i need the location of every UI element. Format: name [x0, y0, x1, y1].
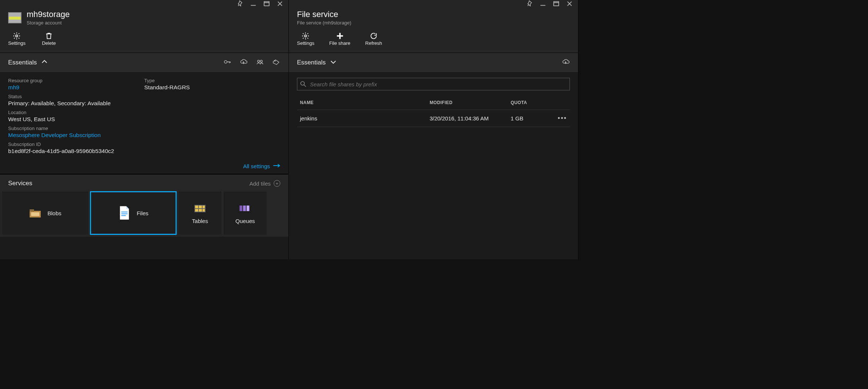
- tile-files-label: Files: [137, 210, 148, 216]
- all-settings-link[interactable]: All settings: [243, 163, 270, 169]
- resource-group-link[interactable]: mh9: [8, 84, 144, 91]
- gear-icon: [301, 31, 310, 40]
- blade-title: mh9storage: [27, 10, 70, 19]
- refresh-button[interactable]: Refresh: [365, 31, 382, 46]
- storage-account-blade: mh9storage Storage account Settings Dele…: [0, 0, 289, 259]
- services-header: Services Add tiles +: [0, 174, 288, 192]
- keys-icon[interactable]: [223, 58, 231, 67]
- svg-point-32: [305, 35, 307, 37]
- tile-blobs-label: Blobs: [47, 210, 61, 216]
- services-label: Services: [8, 180, 32, 187]
- cloud-bolt-icon[interactable]: [240, 58, 248, 67]
- svg-rect-21: [195, 209, 198, 212]
- blade-title: File service: [297, 10, 351, 19]
- svg-rect-25: [243, 206, 246, 211]
- chevron-up-icon: [40, 58, 49, 67]
- subscription-name-label: Subscription name: [8, 126, 144, 131]
- type-label: Type: [144, 78, 281, 83]
- col-quota: QUOTA: [511, 100, 555, 105]
- svg-rect-14: [121, 212, 128, 212]
- services-tiles: Blobs Files Tables Queues: [0, 192, 288, 237]
- tag-icon[interactable]: [272, 58, 280, 67]
- arrow-right-icon: [273, 163, 280, 169]
- tile-blobs[interactable]: Blobs: [2, 192, 88, 235]
- svg-rect-13: [31, 212, 39, 216]
- settings-button[interactable]: Settings: [8, 31, 26, 46]
- file-service-blade: File service File service (mh9storage) S…: [289, 0, 578, 259]
- maximize-icon[interactable]: [553, 0, 560, 7]
- svg-rect-26: [247, 206, 250, 211]
- settings-label: Settings: [8, 40, 26, 46]
- svg-point-8: [260, 60, 263, 62]
- svg-point-7: [258, 60, 260, 62]
- file-share-button[interactable]: File share: [329, 31, 350, 46]
- svg-rect-20: [203, 206, 205, 208]
- plus-icon: [336, 31, 344, 40]
- row-more-icon[interactable]: •••: [555, 114, 567, 122]
- svg-rect-24: [240, 206, 243, 211]
- close-icon[interactable]: [566, 0, 573, 7]
- essentials-label: Essentials: [297, 59, 326, 66]
- chevron-down-icon: [329, 58, 337, 67]
- cloud-bolt-icon[interactable]: [562, 58, 570, 67]
- svg-rect-16: [121, 215, 126, 216]
- settings-label: Settings: [297, 40, 314, 46]
- settings-button[interactable]: Settings: [297, 31, 314, 46]
- search-wrap: [289, 73, 578, 93]
- tile-tables-label: Tables: [192, 218, 208, 224]
- file-shares-table: NAME MODIFIED QUOTA jenkins 3/20/2016, 1…: [289, 93, 578, 129]
- blade-subtitle: Storage account: [27, 20, 70, 26]
- tile-tables[interactable]: Tables: [178, 192, 221, 235]
- svg-rect-1: [264, 1, 269, 6]
- command-bar: Settings File share Refresh: [289, 31, 578, 53]
- minimize-icon[interactable]: [250, 0, 257, 7]
- cell-modified: 3/20/2016, 11:04:36 AM: [430, 115, 511, 122]
- tile-queues[interactable]: Queues: [224, 192, 267, 235]
- svg-line-36: [304, 85, 306, 87]
- window-chrome: [0, 0, 288, 7]
- subscription-name-link[interactable]: Mesosphere Developer Subscription: [8, 132, 144, 139]
- status-label: Status: [8, 94, 144, 99]
- svg-point-5: [16, 35, 18, 37]
- blade-subtitle: File service (mh9storage): [297, 20, 351, 26]
- maximize-icon[interactable]: [263, 0, 270, 7]
- col-modified: MODIFIED: [430, 100, 511, 105]
- essentials-header[interactable]: Essentials: [289, 53, 578, 73]
- delete-button[interactable]: Delete: [40, 31, 57, 46]
- svg-rect-28: [554, 1, 559, 6]
- table-header: NAME MODIFIED QUOTA: [297, 96, 570, 110]
- svg-point-35: [301, 82, 304, 85]
- search-input[interactable]: [297, 78, 570, 90]
- tile-files[interactable]: Files: [90, 192, 176, 235]
- close-icon[interactable]: [277, 0, 283, 7]
- cell-name: jenkins: [300, 115, 430, 122]
- users-icon[interactable]: [256, 58, 264, 67]
- subscription-id-value: b1ed8f2f-ceda-41d5-a0a8-95960b5340c2: [8, 148, 144, 154]
- svg-rect-19: [199, 206, 202, 208]
- blade-header: mh9storage Storage account: [0, 7, 288, 31]
- svg-point-6: [224, 60, 227, 63]
- minimize-icon[interactable]: [540, 0, 546, 7]
- col-name: NAME: [300, 100, 430, 105]
- subscription-id-label: Subscription ID: [8, 142, 144, 147]
- svg-rect-15: [121, 213, 128, 214]
- status-value: Primary: Available, Secondary: Available: [8, 100, 144, 107]
- search-icon: [300, 81, 307, 87]
- add-tiles-button[interactable]: Add tiles +: [249, 180, 280, 187]
- pin-icon[interactable]: [237, 0, 243, 7]
- svg-rect-18: [195, 206, 198, 208]
- svg-rect-22: [199, 209, 202, 212]
- add-tiles-label: Add tiles: [249, 180, 271, 187]
- pin-icon[interactable]: [526, 0, 533, 7]
- svg-rect-23: [203, 209, 205, 212]
- delete-label: Delete: [42, 40, 56, 46]
- trash-icon: [45, 31, 53, 40]
- refresh-label: Refresh: [365, 40, 382, 46]
- window-chrome: [289, 0, 578, 7]
- table-row[interactable]: jenkins 3/20/2016, 11:04:36 AM 1 GB •••: [297, 110, 570, 127]
- blade-header: File service File service (mh9storage): [289, 7, 578, 31]
- essentials-header[interactable]: Essentials: [0, 53, 288, 73]
- command-bar: Settings Delete: [0, 31, 288, 53]
- svg-rect-12: [30, 209, 34, 212]
- storage-account-icon: [8, 12, 21, 23]
